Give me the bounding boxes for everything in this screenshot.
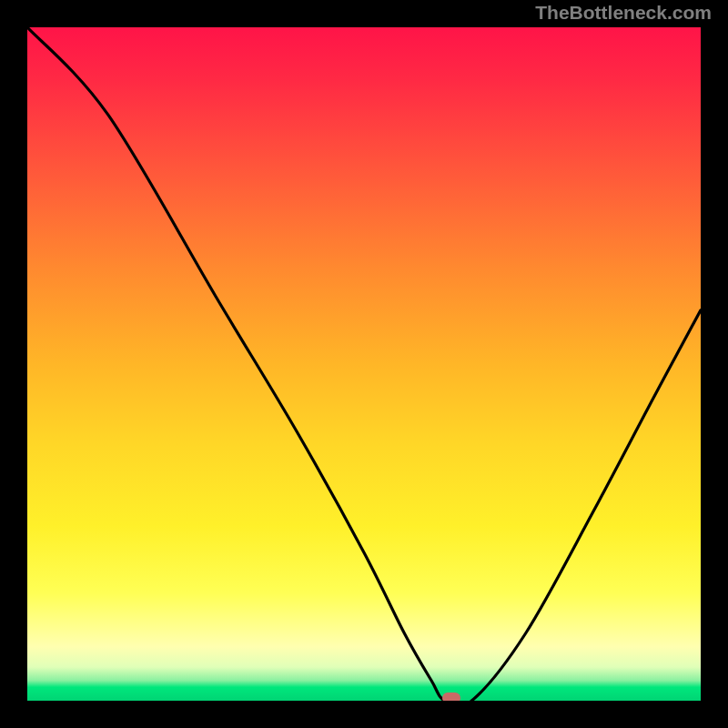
plot-area <box>27 27 701 701</box>
optimal-marker <box>442 693 460 701</box>
attribution-text: TheBottleneck.com <box>535 2 712 24</box>
bottleneck-curve <box>27 27 701 701</box>
curve-svg <box>27 27 701 701</box>
